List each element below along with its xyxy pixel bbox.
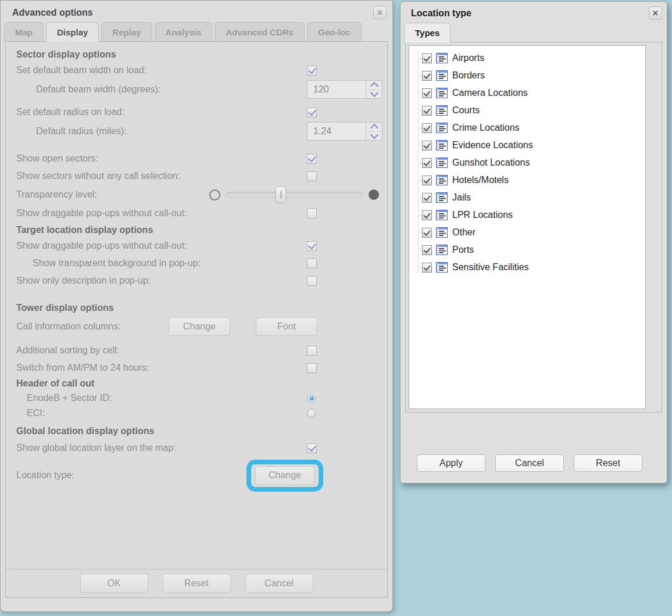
item-checkbox[interactable] [422,176,432,185]
spinner-arrows [366,123,382,140]
call-info-change-button[interactable]: Change [169,317,230,336]
item-checkbox[interactable] [422,71,432,81]
list-item-label: Ports [452,245,474,255]
draggable-popups-target-checkbox[interactable] [307,241,317,251]
item-checkbox[interactable] [422,141,432,151]
option-row: Show draggable pop-ups without call-out: [6,205,387,222]
only-description-checkbox[interactable] [307,276,317,286]
draggable-popups-sector-checkbox[interactable] [307,209,317,219]
cancel-button[interactable]: Cancel [245,574,313,593]
sector-display-heading: Sector display options [6,48,387,62]
option-row: Additional sorting by cell: [6,342,387,359]
target-location-heading: Target location display options [6,223,387,237]
list-item[interactable]: Crime Locations [413,119,645,137]
location-layer-icon [436,70,448,81]
item-checkbox[interactable] [422,106,432,116]
radius-input[interactable]: 1.24 [308,123,366,140]
advanced-options-dialog: Advanced options × MapDisplayReplayAnaly… [0,0,393,612]
location-layer-icon [436,210,448,220]
list-item[interactable]: Evidence Locations [413,137,645,154]
transparent-bg-checkbox[interactable] [307,259,317,268]
item-checkbox[interactable] [422,245,432,255]
beam-width-spinner: 120 [307,80,383,99]
spinner-down-icon[interactable] [366,90,382,99]
tab-display[interactable]: Display [46,22,99,42]
tab-replay[interactable]: Replay [101,22,152,41]
list-item[interactable]: Hotels/Motels [413,171,645,189]
location-type-dialog: Location type × Types Airports [400,1,667,484]
spinner-down-icon[interactable] [366,132,382,141]
open-sectors-checkbox[interactable] [307,154,317,164]
beam-on-load-checkbox[interactable] [307,66,317,76]
option-label: Show draggable pop-ups without call-out: [6,208,307,219]
location-type-list: Airports Borders Cam [409,45,646,409]
tab-advanced-cdrs[interactable]: Advanced CDRs [215,22,305,41]
location-layer-icon [436,245,448,255]
transparency-slider[interactable] [226,192,363,198]
enodeb-radio[interactable] [307,394,316,403]
reset-button[interactable]: Reset [163,574,231,593]
highlight-ring: Change [246,460,323,492]
eci-radio[interactable] [307,409,316,418]
list-item-label: Jails [452,192,471,203]
list-item[interactable]: Sensitive Facilities [413,259,645,276]
list-item[interactable]: Other [413,224,645,241]
item-checkbox[interactable] [422,88,432,98]
list-item-label: Hotels/Motels [452,175,509,185]
option-row: EnodeB + Sector ID: [6,391,387,406]
list-item[interactable]: Airports [413,49,645,67]
close-icon[interactable]: × [373,6,387,19]
call-info-font-button[interactable]: Font [256,317,317,336]
cancel-button[interactable]: Cancel [495,454,564,472]
list-item[interactable]: Borders [413,67,645,84]
item-checkbox[interactable] [422,193,432,203]
tab-map[interactable]: Map [4,22,44,41]
option-row: Show transparent background in pop-up: [6,255,387,272]
location-layer-icon [436,140,448,151]
sectors-no-call-checkbox[interactable] [307,171,317,181]
option-label: Show draggable pop-ups without call-out: [6,241,307,251]
transparency-row: Transparency level: [6,185,387,205]
item-checkbox[interactable] [422,123,432,133]
item-checkbox[interactable] [422,210,432,220]
reset-button[interactable]: Reset [574,454,642,472]
option-label: Location type: [6,470,246,481]
apply-button[interactable]: Apply [417,454,485,472]
radius-on-load-checkbox[interactable] [307,108,317,117]
item-checkbox[interactable] [422,263,432,273]
option-row: Show global location layer on the map: [6,439,387,457]
item-checkbox[interactable] [422,158,432,168]
tab-analysis[interactable]: Analysis [155,22,213,41]
additional-sorting-checkbox[interactable] [307,346,317,356]
item-checkbox[interactable] [422,53,432,63]
ok-button[interactable]: OK [80,574,148,593]
close-glyph: × [653,9,658,18]
item-checkbox[interactable] [422,228,432,238]
types-tab-panel: Airports Borders Cam [405,42,662,413]
option-label: Show global location layer on the map: [6,443,307,453]
list-item[interactable]: LPR Locations [413,206,645,224]
slider-handle[interactable] [276,187,287,203]
location-layer-icon [436,157,448,168]
option-row: Default beam width (degrees): 120 [6,79,387,100]
global-layer-checkbox[interactable] [307,443,317,453]
transparency-slider-group [209,189,379,200]
location-type-change-button[interactable]: Change [255,466,314,485]
option-label: Default beam width (degrees): [6,84,307,95]
advanced-options-title: Advanced options [12,8,93,18]
close-icon[interactable]: × [649,6,662,20]
list-item[interactable]: Courts [413,102,645,119]
list-item[interactable]: Gunshot Locations [413,154,645,171]
list-item-label: Camera Locations [452,88,528,98]
right-dialog-footer: ApplyCancelReset [401,454,667,472]
tab-geo-loc[interactable]: Geo-loc [307,22,362,41]
tab-types[interactable]: Types [404,23,451,42]
location-layer-icon [436,53,448,63]
ampm-checkbox[interactable] [307,363,317,373]
beam-width-input[interactable]: 120 [308,81,366,98]
list-item[interactable]: Jails [413,189,645,206]
list-item[interactable]: Camera Locations [413,84,645,102]
location-type-title: Location type [411,8,471,19]
list-item-label: Courts [452,105,480,116]
list-item[interactable]: Ports [413,241,645,259]
